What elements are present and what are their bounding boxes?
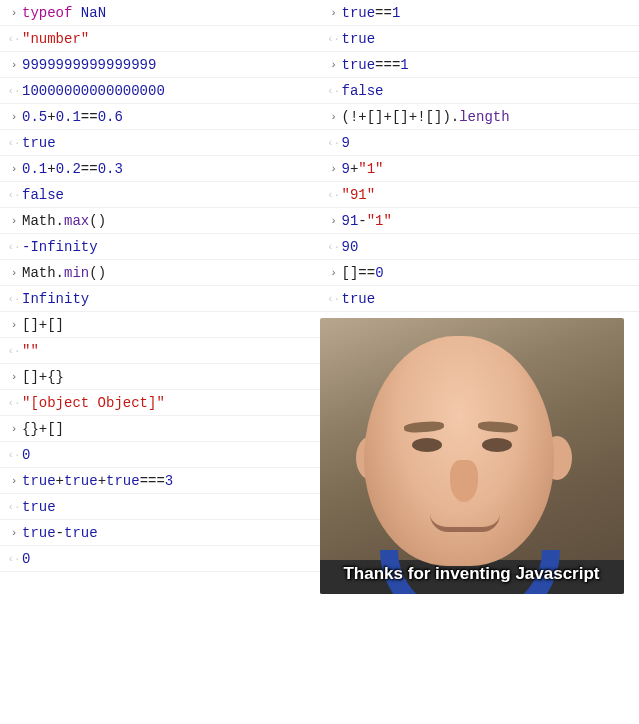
console-input[interactable]: true===1 <box>342 57 634 73</box>
console-input-row: ›[]+[] <box>0 312 320 338</box>
result-arrow-icon: ‹· <box>6 345 22 357</box>
console-columns: ›typeof NaN‹·"number"›9999999999999999‹·… <box>0 0 639 594</box>
token-op: + <box>47 109 55 125</box>
console-input[interactable]: true-true <box>22 525 314 541</box>
token-number: 9 <box>342 135 350 151</box>
prompt-arrow-icon: › <box>6 475 22 487</box>
token-string: "1" <box>367 213 392 229</box>
console-input-row: ›Math.max() <box>0 208 320 234</box>
prompt-arrow-icon: › <box>6 267 22 279</box>
console-output: Infinity <box>22 291 314 307</box>
result-arrow-icon: ‹· <box>6 553 22 565</box>
token-number: 3 <box>165 473 173 489</box>
console-input[interactable]: typeof NaN <box>22 5 314 21</box>
token-punc: ) <box>442 109 450 125</box>
result-arrow-icon: ‹· <box>326 33 342 45</box>
token-kwval: Infinity <box>22 291 89 307</box>
token-op: == <box>375 5 392 21</box>
token-number: 9 <box>342 161 350 177</box>
console-input[interactable]: 91-"1" <box>342 213 634 229</box>
token-number: 0 <box>22 447 30 463</box>
console-input[interactable]: (!+[]+[]+![]).length <box>342 109 634 125</box>
result-arrow-icon: ‹· <box>6 33 22 45</box>
token-number: 91 <box>342 213 359 229</box>
console-input[interactable]: 0.1+0.2==0.3 <box>22 161 314 177</box>
token-kwval: true <box>64 525 98 541</box>
token-punc: [] <box>47 421 64 437</box>
console-output-row: ‹·false <box>0 182 320 208</box>
console-output-row: ‹·0 <box>0 442 320 468</box>
prompt-arrow-icon: › <box>6 423 22 435</box>
token-op: + <box>409 109 417 125</box>
console-input[interactable]: 9+"1" <box>342 161 634 177</box>
token-kwval: true <box>342 57 376 73</box>
result-arrow-icon: ‹· <box>326 189 342 201</box>
token-punc: . <box>56 213 64 229</box>
prompt-arrow-icon: › <box>6 7 22 19</box>
meme-nose <box>450 460 478 502</box>
token-op: == <box>358 265 375 281</box>
result-arrow-icon: ‹· <box>6 189 22 201</box>
token-kwval: true <box>106 473 140 489</box>
token-number: 0.3 <box>98 161 123 177</box>
console-output: 10000000000000000 <box>22 83 314 99</box>
token-punc: ( <box>342 109 350 125</box>
token-ident: Math <box>22 213 56 229</box>
token-kwval: true <box>22 473 56 489</box>
console-column-right: ›true==1‹·true›true===1‹·false›(!+[]+[]+… <box>320 0 640 594</box>
prompt-arrow-icon: › <box>6 371 22 383</box>
console-output-row: ‹·Infinity <box>0 286 320 312</box>
token-number: 0.6 <box>98 109 123 125</box>
token-op: + <box>56 473 64 489</box>
token-number: 1 <box>392 5 400 21</box>
token-prop: max <box>64 213 89 229</box>
console-input[interactable]: true+true+true===3 <box>22 473 314 489</box>
token-op: + <box>358 109 366 125</box>
token-kwval: true <box>22 499 56 515</box>
token-number: 90 <box>342 239 359 255</box>
token-kwval: -Infinity <box>22 239 98 255</box>
console-input[interactable]: 9999999999999999 <box>22 57 314 73</box>
token-punc: [] <box>342 265 359 281</box>
token-op: == <box>81 109 98 125</box>
token-op: ! <box>417 109 425 125</box>
result-arrow-icon: ‹· <box>6 137 22 149</box>
console-input[interactable]: true==1 <box>342 5 634 21</box>
token-op: + <box>39 421 47 437</box>
token-number: 0.1 <box>22 161 47 177</box>
console-output: "[object Object]" <box>22 395 314 411</box>
console-output: true <box>342 31 634 47</box>
console-input-row: ›0.5+0.1==0.6 <box>0 104 320 130</box>
token-op: + <box>39 369 47 385</box>
token-punc: . <box>56 265 64 281</box>
console-input[interactable]: []+{} <box>22 369 314 385</box>
prompt-arrow-icon: › <box>326 215 342 227</box>
token-number: 0.2 <box>56 161 81 177</box>
token-op: - <box>56 525 64 541</box>
result-arrow-icon: ‹· <box>6 241 22 253</box>
console-input[interactable]: {}+[] <box>22 421 314 437</box>
console-output-row: ‹·false <box>320 78 640 104</box>
console-input-row: ›true+true+true===3 <box>0 468 320 494</box>
console-output-row: ‹·true <box>0 130 320 156</box>
prompt-arrow-icon: › <box>326 59 342 71</box>
token-op: - <box>358 213 366 229</box>
console-input[interactable]: []+[] <box>22 317 314 333</box>
console-output-row: ‹·9 <box>320 130 640 156</box>
console-input[interactable]: Math.min() <box>22 265 314 281</box>
console-output-row: ‹·10000000000000000 <box>0 78 320 104</box>
console-output: true <box>342 291 634 307</box>
token-op: + <box>384 109 392 125</box>
token-op: + <box>47 161 55 177</box>
console-input-row: ›true==1 <box>320 0 640 26</box>
console-input-row: ›9+"1" <box>320 156 640 182</box>
console-input[interactable]: Math.max() <box>22 213 314 229</box>
prompt-arrow-icon: › <box>326 163 342 175</box>
prompt-arrow-icon: › <box>6 163 22 175</box>
console-input[interactable]: 0.5+0.1==0.6 <box>22 109 314 125</box>
prompt-arrow-icon: › <box>326 267 342 279</box>
token-prop: min <box>64 265 89 281</box>
console-input[interactable]: []==0 <box>342 265 634 281</box>
token-kwval: true <box>22 135 56 151</box>
meme-eye <box>412 438 442 452</box>
